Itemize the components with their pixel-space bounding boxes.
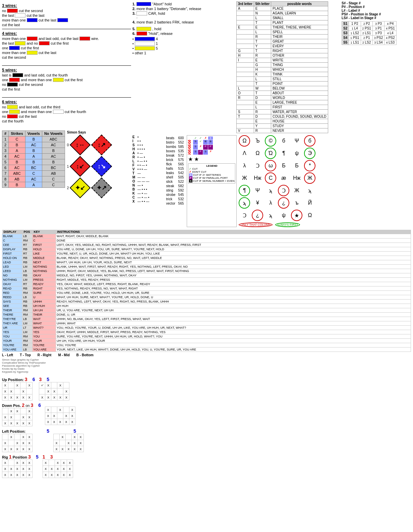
keypad-symbol: ϡ xyxy=(265,185,276,196)
lr-legend: L - Left T - Top R - Right M - Mid B - B… xyxy=(2,353,411,357)
keypad-symbol: Ψ xyxy=(252,185,263,196)
complicated-wires-section: ✓ ✓ ✗ B S ✓ B B S ✗ P P S xyxy=(187,135,237,227)
wof-row: CEERTFIRSTLEFT, OKAY, YES, MIDDLE, NO, R… xyxy=(2,243,411,247)
keypad-symbol: Ъ xyxy=(252,135,263,147)
blue-btn xyxy=(136,2,151,6)
button-3-note: - xyxy=(136,16,234,19)
needy-grid: ✓ ✓ ✗ B S ✓ B B S ✗ P P S xyxy=(188,137,235,155)
morse-grid: E • I • • S • • • H • • • • A • — R xyxy=(132,135,163,203)
button-2: 2. more than 1 battery "Detonate", relea… xyxy=(132,7,234,11)
keypad-symbol: Ж xyxy=(239,172,250,184)
wire4-line3: one cut the first xyxy=(2,46,131,50)
keypad-symbol: ψ xyxy=(291,148,302,159)
word-table: 3rd letter 5th letter possible words AEP… xyxy=(236,1,328,133)
wof-row: URLTWHAT?YOU, HOLD, YOU'RE, YOUR, U, DON… xyxy=(2,326,411,330)
wire-white-icon xyxy=(15,13,25,17)
legend-section: LEGEND ✓ CUT ✗ DON'T CUT B CUT IF 2+ BAT… xyxy=(188,163,235,183)
keypad-symbol: ω xyxy=(265,160,276,171)
wire-yellow-4a xyxy=(15,41,25,45)
keypad-symbol: Ж xyxy=(291,185,302,196)
keypad-symbol: Нж xyxy=(252,172,263,184)
middle-column: 1. "Abort" hold 2. more than 1 battery "… xyxy=(132,1,340,227)
keypad-symbol: С xyxy=(265,172,276,184)
wt-header-5th: 5th letter xyxy=(254,2,271,6)
pwd-header-num: # xyxy=(2,131,9,137)
wires3-title: 3 wires: xyxy=(2,3,131,8)
right-column: S# - Stage # P# - Position # L# - Label … xyxy=(342,1,413,227)
keypad-symbol: Ω xyxy=(304,210,315,221)
wire-red-4c xyxy=(39,41,50,45)
button-4: 4. more than 2 batteries FRK, release xyxy=(132,20,234,24)
keypad-symbol: ϡ xyxy=(304,185,315,196)
wire-yellow-6a xyxy=(7,105,18,109)
btn-color-blue: • 4 xyxy=(132,37,234,41)
wof-row: LEDLMNOTHINGBLANK, UHHH, WAIT, FIRST, WH… xyxy=(2,265,411,269)
btn-color-other: • other 1 xyxy=(132,51,234,55)
wof-row: FIRSTRTLIKEYOU'RE, NEXT, U, UR, HOLD, DO… xyxy=(2,252,411,256)
keypad-symbol: ϡ xyxy=(265,210,276,221)
wof-row: YOU ARELBYOU AREYOUR, NEXT, LIKE, UH HUH… xyxy=(2,348,411,352)
wire3-line4: cut the last xyxy=(2,23,131,27)
keypad-symbol: Ψ xyxy=(291,135,302,147)
wof-row: SAYSRBUHHHREADY, NOTHING, LEFT, WHAT, OK… xyxy=(2,300,411,304)
wire5-line4: cut the first xyxy=(2,87,131,91)
wof-col-display: DISPLAY xyxy=(2,230,22,234)
simon-diamonds-area: Simon Says 0 ↕↔ ↕↗ 1 xyxy=(67,130,112,198)
btn-yellow-bar xyxy=(135,46,155,50)
wire-red-icon xyxy=(7,9,18,13)
keypad-symbol: ¥ xyxy=(252,197,263,209)
wt-header-words: possible words xyxy=(271,2,328,6)
pwd-header-strikes: Strikes xyxy=(9,131,25,137)
wof-row: REDRMSUREYOU ARE, DONE, LIKE, YOU'RE, YO… xyxy=(2,291,411,295)
up-position-table: Up Position: 3 6 XXX XXX XXXXX xyxy=(2,377,35,401)
morse-scores-table: beats600bistro552bombs585boxes535break57… xyxy=(165,136,185,206)
wof-col-key: KEY xyxy=(33,230,56,234)
wire-blue-icon xyxy=(27,18,38,22)
pwd-header-novowels: No Vowels xyxy=(42,131,65,137)
wire-blue-icon2 xyxy=(57,18,68,22)
wire-yellow-6b xyxy=(9,110,20,114)
button-1: 1. "Abort" hold xyxy=(132,2,234,6)
morse-section: E • I • • S • • • H • • • • A • — R xyxy=(132,135,163,227)
keypad-symbol: ψ xyxy=(278,210,289,221)
diamond-s1-v: ↕↙ xyxy=(70,156,90,176)
keypad-symbol: Ͻ xyxy=(252,160,263,171)
strike-2-label: 2 xyxy=(67,186,69,190)
wire-white-6a xyxy=(53,110,64,114)
wire5-line3: no cut the second xyxy=(2,83,131,87)
down-position-table: Down Pos. 2 on 3 6 XXX XXXX XXXXX xyxy=(2,403,41,426)
wof-row: YOU'RERMYOU'REYOU, YOU'RE xyxy=(2,343,411,348)
keypad-grid: ΩЪ©бΨбΛΩΏ¶ψЭλϽωББ*ЖНжСæНжЖ¶ΨϡϽЖϡϡ¥λ¿ъЙϽ¿… xyxy=(239,135,316,221)
keypad-symbol: Ͻ xyxy=(278,185,289,196)
wof-row: NORBOKAYMIDDLE, NO, FIRST, YES, UHHH, NO… xyxy=(2,273,411,278)
diamond-s0-nv: ↕↗ xyxy=(92,135,112,155)
strike-0-label: 0 xyxy=(67,143,69,147)
left-position-table-right: 5 XXX XXXX XXXXX xyxy=(53,428,84,452)
wof-row: YOURMYOUSURE, YOU ARE, YOU'RE, NEXT, UHH… xyxy=(2,334,411,339)
btn-color-white: • 1 xyxy=(132,42,234,46)
wof-row: THEY'RELBWAITUHHH, NO, BLANK, OKAY, YES,… xyxy=(2,317,411,321)
keypad-symbol: Ж xyxy=(304,172,315,184)
morse-score-section: beats600bistro552bombs585boxes535break57… xyxy=(165,135,185,227)
wire6-line1: no and last odd, cut the third xyxy=(2,105,131,109)
wire3-line2: the last cut the last xyxy=(2,13,131,17)
keypad-symbol: ¶ xyxy=(239,185,250,196)
stage-table: S1 1 P22 P23 P34 P4S21 L42 PS13 P14 PS1S… xyxy=(342,21,397,45)
keypad-symbol: ★ xyxy=(291,210,302,221)
wire-red-5a xyxy=(9,78,20,82)
wire4-line4: more than one cut the last xyxy=(2,51,131,55)
wof-table: DISPLAY POS KEY INSTRUCTIONS BLANKLBBLAN… xyxy=(2,230,411,352)
keypad-legend: ONLY THAT COLUMN ALWAYS FIRST xyxy=(239,222,316,227)
wire-yellow-4b xyxy=(27,51,38,55)
keypad-symbol: æ xyxy=(278,172,289,184)
wof-row: HOLD ONRBMIDDLEBLANK, READY, OKAY, WHAT,… xyxy=(2,256,411,260)
wt-header-3rd: 3rd letter xyxy=(237,2,254,6)
keypad-symbol: ¿ xyxy=(278,197,289,209)
keypad-symbol: Ͻ xyxy=(239,210,250,221)
wire-red-4a xyxy=(27,37,38,41)
wires5-title: 5 wires: xyxy=(2,68,131,72)
stage-legend: S# - Stage # P# - Position # L# - Label … xyxy=(342,1,413,20)
diamond-s0-v: ↕↔ xyxy=(70,135,90,155)
wof-row: BLANKLBBLANKWAIT, RIGHT, OKAY, MIDDLE, B… xyxy=(2,234,411,238)
word-table-section: 3rd letter 5th letter possible words AEP… xyxy=(236,1,340,133)
